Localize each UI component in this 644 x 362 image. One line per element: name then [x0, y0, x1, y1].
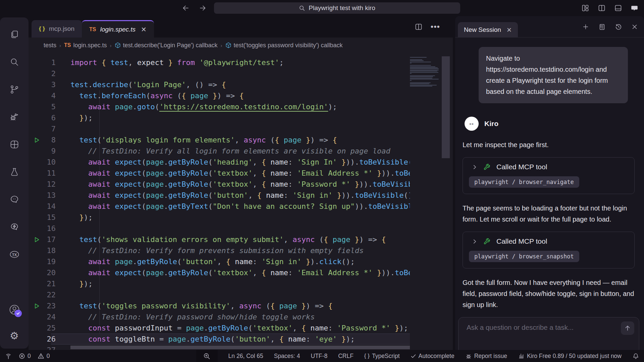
vertical-scrollbar[interactable] — [442, 56, 450, 158]
code-line[interactable]: 9 // TestDino: Verify all login form ele… — [29, 145, 453, 157]
mcp-tool-call-card[interactable]: Called MCP tool playwright / browser_nav… — [463, 157, 635, 194]
line-number: 15 — [29, 212, 56, 223]
chevron-right-icon: › — [110, 43, 112, 48]
line-number: 13 — [29, 190, 56, 201]
check-icon — [411, 353, 416, 359]
tool-call-badge: playwright / browser_snapshot — [469, 251, 579, 262]
code-line[interactable]: 7 — [29, 123, 453, 134]
chevron-right-icon[interactable] — [472, 165, 477, 170]
indentation[interactable]: Spaces: 4 — [274, 353, 300, 360]
extensions-icon[interactable] — [8, 138, 20, 150]
code-line[interactable]: 22 — [29, 289, 453, 300]
chat-ghost-icon[interactable] — [8, 193, 20, 205]
code-line[interactable]: 26 const toggleBtn = page.getByRole('but… — [29, 334, 453, 345]
command-center-search[interactable]: Playwright test with kiro — [214, 2, 460, 14]
line-number: 17 — [29, 234, 56, 245]
breadcrumb-folder[interactable]: tests — [44, 42, 56, 49]
code-line[interactable]: 6 }); — [29, 112, 453, 123]
line-number: 27 — [29, 345, 56, 350]
remote-indicator-icon[interactable] — [5, 352, 12, 360]
code-line[interactable]: 21 }); — [29, 278, 453, 289]
breadcrumb-symbol-describe[interactable]: test.describe('Login Page') callback — [115, 42, 218, 49]
code-line[interactable]: 8 test('displays login form elements', a… — [29, 134, 453, 145]
tab-close-icon[interactable]: ✕ — [141, 25, 147, 34]
close-panel-icon[interactable] — [631, 23, 638, 30]
new-session-plus-icon[interactable] — [582, 23, 589, 31]
task-list-icon[interactable] — [598, 23, 606, 31]
code-line[interactable]: 15 }); — [29, 212, 453, 223]
split-editor-icon[interactable] — [415, 23, 423, 31]
nav-back-button[interactable] — [181, 3, 191, 13]
code-line[interactable]: 12 await expect(page.getByRole('textbox'… — [29, 179, 453, 190]
eol-sequence[interactable]: CRLF — [338, 353, 354, 360]
cursor-position[interactable]: Ln 26, Col 65 — [228, 353, 263, 360]
code-line[interactable]: 18 // TestDino: Verify form prevents sub… — [29, 245, 453, 256]
errors-indicator[interactable]: 0 — [19, 353, 31, 360]
code-line[interactable]: 13 await expect(page.getByRole('button',… — [29, 190, 453, 201]
horizontal-scrollbar[interactable] — [70, 346, 410, 349]
zoom-indicator[interactable] — [196, 350, 218, 362]
breadcrumb: tests › TSlogin.spec.ts › test.describe(… — [29, 38, 453, 53]
code-editor[interactable]: 1import { test, expect } from '@playwrig… — [29, 53, 453, 350]
line-number: 12 — [29, 179, 56, 190]
session-tab[interactable]: New Session ✕ — [458, 22, 518, 38]
bell-icon[interactable] — [632, 353, 639, 360]
report-issue[interactable]: Report issue — [465, 353, 507, 360]
code-line[interactable]: 11 await expect(page.getByRole('textbox'… — [29, 168, 453, 179]
code-line[interactable]: 14 await expect(page.getByText("Don't ha… — [29, 201, 453, 212]
mcp-tool-call-card[interactable]: Called MCP tool playwright / browser_sna… — [463, 232, 635, 268]
code-line[interactable]: 23 test('toggles password visibility', a… — [29, 300, 453, 311]
code-line[interactable]: 2 — [29, 68, 453, 79]
code-line[interactable]: 4 test.beforeEach(async ({ page }) => { — [29, 90, 453, 101]
settings-gear-icon[interactable]: ⚙ — [8, 330, 20, 342]
explorer-icon[interactable] — [8, 28, 20, 41]
encoding[interactable]: UTF-8 — [311, 353, 328, 360]
autocomplete-status[interactable]: Autocomplete — [411, 353, 454, 360]
warnings-indicator[interactable]: 0 — [38, 353, 50, 360]
code-line[interactable]: 24 // TestDino: Verify password show/hid… — [29, 311, 453, 322]
code-line[interactable]: 17 test('shows validation errors on empt… — [29, 234, 453, 245]
language-mode[interactable]: { } TypeScript — [364, 353, 400, 360]
chat-flash-icon[interactable] — [8, 221, 20, 233]
bottom-panel-icon[interactable] — [614, 4, 622, 12]
split-editor-icon[interactable] — [598, 4, 606, 12]
account-icon[interactable] — [8, 304, 20, 316]
code-line[interactable]: 1import { test, expect } from '@playwrig… — [29, 57, 453, 68]
line-number: 8 — [29, 134, 56, 145]
tab-login-spec-ts[interactable]: TS login.spec.ts ✕ — [82, 20, 154, 38]
chat-input[interactable] — [467, 323, 607, 331]
tab-mcp-json[interactable]: { } mcp.json — [32, 20, 82, 38]
search-icon[interactable] — [8, 56, 20, 68]
minimap[interactable] — [410, 57, 439, 88]
chevron-right-icon[interactable] — [472, 239, 477, 244]
code-line[interactable]: 16 — [29, 223, 453, 234]
line-number: 5 — [29, 101, 56, 112]
more-actions-icon[interactable]: ••• — [431, 23, 440, 30]
chat-bubble-icon[interactable] — [631, 4, 639, 12]
line-number: 23 — [29, 300, 56, 311]
send-button[interactable] — [621, 321, 634, 335]
breadcrumb-file[interactable]: TSlogin.spec.ts — [64, 42, 107, 49]
layout-columns-icon[interactable] — [581, 4, 589, 12]
session-close-icon[interactable]: ✕ — [506, 26, 512, 34]
breadcrumb-symbol-test[interactable]: test('toggles password visibility') call… — [225, 42, 343, 49]
wrench-icon — [483, 163, 491, 171]
tx-icon[interactable]: TX — [8, 248, 20, 260]
braces-icon: { } — [364, 353, 370, 359]
testing-flask-icon[interactable] — [8, 166, 20, 178]
warning-icon — [38, 353, 44, 359]
code-line[interactable]: 10 await expect(page.getByRole('heading'… — [29, 157, 453, 168]
source-control-icon[interactable] — [8, 83, 20, 96]
nav-forward-button[interactable] — [198, 3, 207, 13]
kiro-avatar: -- — [465, 117, 479, 131]
history-icon[interactable] — [615, 23, 622, 31]
histogram-icon — [518, 353, 525, 359]
assistant-message: The page seems to be loading a footer bu… — [463, 203, 636, 225]
code-line[interactable]: 5 await page.goto('https://storedemo.tes… — [29, 101, 453, 112]
code-line[interactable]: 25 const passwordInput = page.getByRole(… — [29, 322, 453, 334]
run-debug-icon[interactable] — [8, 111, 20, 123]
code-line[interactable]: 3test.describe('Login Page', () => { — [29, 79, 453, 90]
code-line[interactable]: 19 await page.getByRole('button', { name… — [29, 256, 453, 267]
code-line[interactable]: 20 await expect(page.getByRole('textbox'… — [29, 267, 453, 278]
kiro-usage[interactable]: Kiro Free 0.89 / 50 updated just now — [518, 353, 622, 360]
